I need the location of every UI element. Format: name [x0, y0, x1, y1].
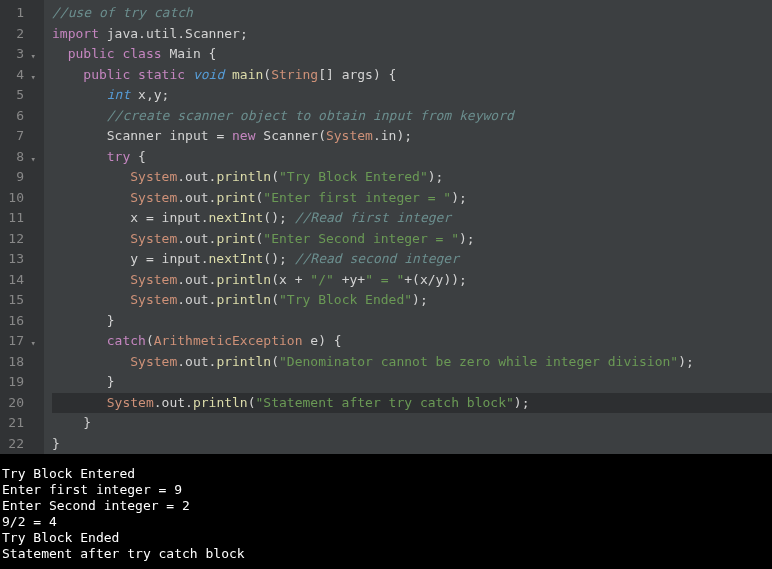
token-punct: [224, 67, 232, 82]
token-string: "Statement after try catch block": [256, 395, 514, 410]
token-punct: x: [52, 210, 146, 225]
code-line[interactable]: public class Main {: [52, 44, 772, 65]
line-number[interactable]: 21: [4, 413, 24, 434]
token-punct: (: [146, 333, 154, 348]
code-line[interactable]: }: [52, 413, 772, 434]
code-line[interactable]: }: [52, 372, 772, 393]
token-punct: .: [177, 190, 185, 205]
code-line[interactable]: try {: [52, 147, 772, 168]
token-punct: [52, 169, 130, 184]
token-var: in: [381, 128, 397, 143]
editor-pane: 12345678910111213141516171819202122 //us…: [0, 0, 772, 454]
code-line[interactable]: System.out.println("Try Block Ended");: [52, 290, 772, 311]
token-special: System: [130, 272, 177, 287]
code-line[interactable]: }: [52, 434, 772, 455]
token-punct: [52, 108, 107, 123]
token-var: out: [185, 190, 208, 205]
token-punct: [52, 190, 130, 205]
code-line[interactable]: //create scanner object to obtain input …: [52, 106, 772, 127]
code-editor[interactable]: //use of try catchimport java.util.Scann…: [44, 0, 772, 454]
line-number[interactable]: 9: [4, 167, 24, 188]
token-class: Main: [169, 46, 200, 61]
token-method: nextInt: [209, 251, 264, 266]
token-punct: .: [154, 395, 162, 410]
token-comment: //Read first integer: [295, 210, 452, 225]
code-line[interactable]: System.out.println(x + "/" +y+" = "+(x/y…: [52, 270, 772, 291]
token-punct: }: [52, 313, 115, 328]
token-keyword: new: [232, 128, 255, 143]
token-string: "Enter first integer = ": [263, 190, 451, 205]
line-number[interactable]: 4: [4, 65, 24, 86]
token-punct: [52, 354, 130, 369]
line-number[interactable]: 6: [4, 106, 24, 127]
token-punct: [52, 292, 130, 307]
token-punct: [52, 395, 107, 410]
token-punct: [52, 87, 107, 102]
line-number[interactable]: 20: [4, 393, 24, 414]
console-line: Try Block Ended: [2, 530, 770, 546]
line-number-gutter[interactable]: 12345678910111213141516171819202122: [0, 0, 30, 454]
token-type: void: [193, 67, 224, 82]
console-line: Try Block Entered: [2, 466, 770, 482]
token-punct: [] args) {: [318, 67, 396, 82]
code-line[interactable]: int x,y;: [52, 85, 772, 106]
token-method: print: [216, 190, 255, 205]
line-number[interactable]: 17: [4, 331, 24, 352]
token-keyword: public: [68, 46, 115, 61]
line-number[interactable]: 18: [4, 352, 24, 373]
token-punct: +y+: [334, 272, 365, 287]
line-number[interactable]: 10: [4, 188, 24, 209]
token-punct: .: [177, 231, 185, 246]
token-punct: (: [248, 395, 256, 410]
token-class: Scanner: [185, 26, 240, 41]
token-punct: .: [177, 354, 185, 369]
line-number[interactable]: 12: [4, 229, 24, 250]
line-number[interactable]: 3: [4, 44, 24, 65]
token-var: out: [185, 231, 208, 246]
code-line[interactable]: public static void main(String[] args) {: [52, 65, 772, 86]
token-punct: .: [177, 272, 185, 287]
code-line[interactable]: System.out.print("Enter first integer = …: [52, 188, 772, 209]
token-method: println: [216, 169, 271, 184]
code-line[interactable]: Scanner input = new Scanner(System.in);: [52, 126, 772, 147]
token-punct: =: [216, 128, 232, 143]
token-special: System: [130, 190, 177, 205]
code-line[interactable]: catch(ArithmeticException e) {: [52, 331, 772, 352]
token-punct: [52, 231, 130, 246]
token-punct: }: [52, 415, 91, 430]
code-line[interactable]: y = input.nextInt(); //Read second integ…: [52, 249, 772, 270]
token-punct: java: [99, 26, 138, 41]
token-var: out: [185, 272, 208, 287]
line-number[interactable]: 16: [4, 311, 24, 332]
token-keyword: try: [107, 149, 130, 164]
code-line[interactable]: System.out.print("Enter Second integer =…: [52, 229, 772, 250]
code-line[interactable]: import java.util.Scanner;: [52, 24, 772, 45]
token-string: "/": [310, 272, 333, 287]
line-number[interactable]: 14: [4, 270, 24, 291]
code-line[interactable]: System.out.println("Statement after try …: [52, 393, 772, 414]
line-number[interactable]: 11: [4, 208, 24, 229]
code-line[interactable]: //use of try catch: [52, 3, 772, 24]
line-number[interactable]: 1: [4, 3, 24, 24]
line-number[interactable]: 15: [4, 290, 24, 311]
line-number[interactable]: 5: [4, 85, 24, 106]
token-punct: x,y;: [130, 87, 169, 102]
line-number[interactable]: 7: [4, 126, 24, 147]
line-number[interactable]: 22: [4, 434, 24, 455]
token-keyword: static: [138, 67, 185, 82]
code-line[interactable]: System.out.println("Denominator cannot b…: [52, 352, 772, 373]
token-punct: );: [514, 395, 530, 410]
token-punct: [52, 272, 130, 287]
token-var: out: [185, 354, 208, 369]
code-line[interactable]: }: [52, 311, 772, 332]
code-line[interactable]: System.out.println("Try Block Entered");: [52, 167, 772, 188]
line-number[interactable]: 19: [4, 372, 24, 393]
token-punct: {: [130, 149, 146, 164]
token-punct: +(x/y));: [404, 272, 467, 287]
line-number[interactable]: 8: [4, 147, 24, 168]
code-line[interactable]: x = input.nextInt(); //Read first intege…: [52, 208, 772, 229]
token-method: println: [216, 354, 271, 369]
line-number[interactable]: 13: [4, 249, 24, 270]
console-line: Enter Second integer = 2: [2, 498, 770, 514]
line-number[interactable]: 2: [4, 24, 24, 45]
